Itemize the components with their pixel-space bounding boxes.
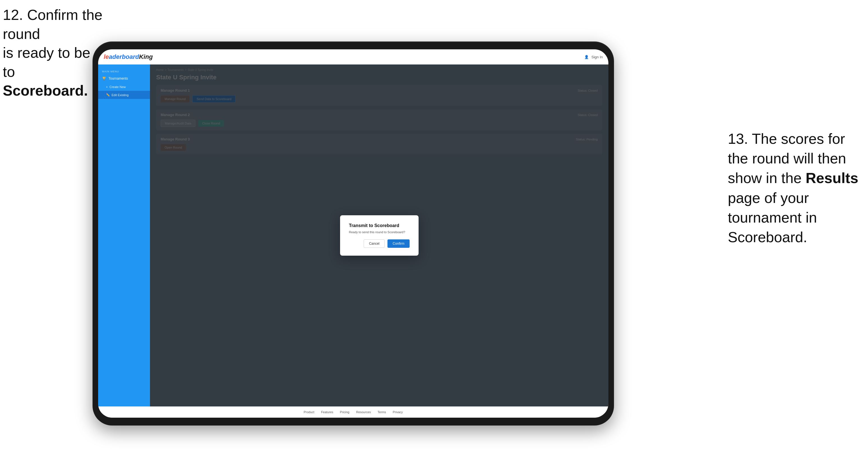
modal-confirm-button[interactable]: Confirm xyxy=(388,239,409,248)
app-layout: leaderboardKing 👤 Sign In MAIN MENU 🏆 xyxy=(98,49,609,418)
sidebar-create-new[interactable]: + Create New xyxy=(98,83,150,91)
sidebar-tournaments-label: Tournaments xyxy=(108,76,128,81)
plus-icon: + xyxy=(106,85,108,89)
sidebar: MAIN MENU 🏆 Tournaments + Create New ✏️ … xyxy=(98,64,150,406)
header-right: 👤 Sign In xyxy=(584,55,603,59)
modal-overlay: Transmit to Scoreboard Ready to send thi… xyxy=(150,64,609,406)
app-header: leaderboardKing 👤 Sign In xyxy=(98,49,609,64)
sign-in-button[interactable]: Sign In xyxy=(592,55,603,59)
main-content: Home > Tournaments > State U Spring Invi… xyxy=(150,64,609,406)
footer-product[interactable]: Product xyxy=(304,410,314,414)
modal-title: Transmit to Scoreboard xyxy=(349,223,410,228)
footer-resources[interactable]: Resources xyxy=(356,410,371,414)
trophy-icon: 🏆 xyxy=(102,76,106,81)
footer-privacy[interactable]: Privacy xyxy=(393,410,403,414)
step12-line3: Scoreboard. xyxy=(3,83,88,99)
step12-line1: 12. Confirm the round xyxy=(3,7,103,42)
logo-area: leaderboardKing xyxy=(104,53,153,61)
tablet-screen: leaderboardKing 👤 Sign In MAIN MENU 🏆 xyxy=(98,49,609,418)
sidebar-item-tournaments[interactable]: 🏆 Tournaments xyxy=(98,74,150,83)
footer-terms[interactable]: Terms xyxy=(378,410,386,414)
sign-in-label: Sign In xyxy=(592,55,603,59)
logo-text: leaderboardKing xyxy=(104,53,153,61)
content-area: MAIN MENU 🏆 Tournaments + Create New ✏️ … xyxy=(98,64,609,406)
footer-features[interactable]: Features xyxy=(321,410,333,414)
step13-annotation: 13. The scores for the round will then s… xyxy=(728,129,865,247)
modal-dialog: Transmit to Scoreboard Ready to send thi… xyxy=(340,215,418,256)
edit-existing-label: Edit Existing xyxy=(112,93,129,97)
modal-cancel-button[interactable]: Cancel xyxy=(364,239,385,248)
modal-actions: Cancel Confirm xyxy=(349,239,410,248)
user-avatar-icon: 👤 xyxy=(584,55,589,59)
step13-results-bold: Results xyxy=(806,170,859,186)
edit-icon: ✏️ xyxy=(106,93,110,97)
app-footer: Product Features Pricing Resources Terms… xyxy=(98,406,609,418)
create-new-label: Create New xyxy=(109,85,126,89)
logo-king: King xyxy=(139,53,153,60)
tablet-frame: leaderboardKing 👤 Sign In MAIN MENU 🏆 xyxy=(93,41,614,426)
footer-pricing[interactable]: Pricing xyxy=(340,410,350,414)
sidebar-edit-existing[interactable]: ✏️ Edit Existing xyxy=(98,91,150,99)
modal-body: Ready to send this round to Scoreboard? xyxy=(349,230,410,234)
sidebar-section-label: MAIN MENU xyxy=(98,68,150,74)
